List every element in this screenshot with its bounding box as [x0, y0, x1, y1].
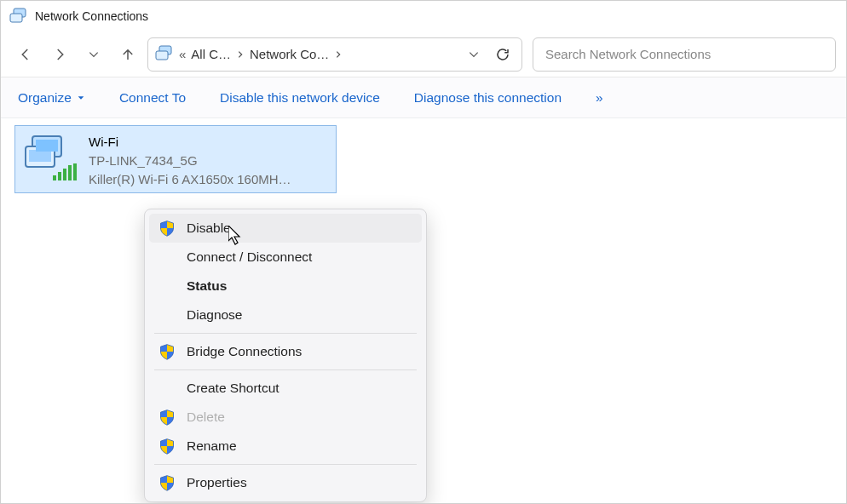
up-button[interactable]	[113, 40, 142, 69]
menu-item-delete: Delete	[149, 403, 422, 432]
connect-to-button[interactable]: Connect To	[119, 90, 186, 106]
menu-item-disable[interactable]: Disable	[149, 214, 422, 243]
menu-item-create-shortcut[interactable]: Create Shortcut	[149, 374, 422, 403]
refresh-button[interactable]	[491, 43, 515, 66]
command-bar: Organize Connect To Disable this network…	[1, 77, 846, 118]
context-menu: Disable Connect / Disconnect Status Diag…	[144, 209, 427, 502]
forward-button[interactable]	[45, 40, 74, 69]
adapter-ssid: TP-LINK_7434_5G	[89, 152, 327, 170]
content-area: Wi-Fi TP-LINK_7434_5G Killer(R) Wi-Fi 6 …	[1, 118, 846, 200]
diagnose-connection-button[interactable]: Diagnose this connection	[414, 90, 562, 106]
menu-item-rename[interactable]: Rename	[149, 432, 422, 461]
breadcrumb-overflow[interactable]: «	[179, 47, 186, 61]
app-icon	[9, 7, 28, 26]
shield-icon	[156, 342, 178, 361]
back-button[interactable]	[11, 40, 40, 69]
menu-item-status[interactable]: Status	[149, 272, 422, 301]
menu-separator	[154, 369, 417, 370]
adapter-name: Wi-Fi	[89, 133, 327, 152]
adapter-tile-wifi[interactable]: Wi-Fi TP-LINK_7434_5G Killer(R) Wi-Fi 6 …	[14, 125, 337, 193]
search-placeholder: Search Network Connections	[545, 47, 711, 61]
shield-icon	[156, 219, 178, 238]
title-bar: Network Connections	[1, 1, 846, 32]
menu-item-diagnose[interactable]: Diagnose	[149, 301, 422, 329]
shield-icon	[156, 437, 178, 455]
disable-device-button[interactable]: Disable this network device	[220, 90, 380, 106]
breadcrumb-segment-1[interactable]: Network Co…	[250, 47, 343, 61]
adapter-hardware: Killer(R) Wi-Fi 6 AX1650x 160MH…	[89, 170, 327, 189]
address-bar[interactable]: « All C… Network Co…	[147, 37, 522, 72]
shield-icon	[156, 408, 178, 427]
menu-item-bridge-connections[interactable]: Bridge Connections	[149, 337, 422, 366]
adapter-icon	[24, 133, 80, 186]
menu-item-properties[interactable]: Properties	[149, 468, 422, 497]
address-icon	[155, 44, 174, 64]
address-history-button[interactable]	[462, 43, 486, 66]
nav-row: « All C… Network Co… Search Network Conn…	[1, 32, 846, 77]
toolbar-overflow-button[interactable]: »	[596, 90, 603, 106]
search-input[interactable]: Search Network Connections	[533, 37, 836, 72]
window-title: Network Connections	[35, 9, 148, 23]
recent-locations-button[interactable]	[79, 40, 108, 69]
menu-separator	[154, 464, 417, 465]
breadcrumb-segment-0[interactable]: All C…	[191, 47, 245, 61]
organize-menu[interactable]: Organize	[18, 90, 85, 106]
menu-separator	[154, 333, 417, 334]
shield-icon	[156, 473, 178, 492]
menu-item-connect-disconnect[interactable]: Connect / Disconnect	[149, 243, 422, 272]
